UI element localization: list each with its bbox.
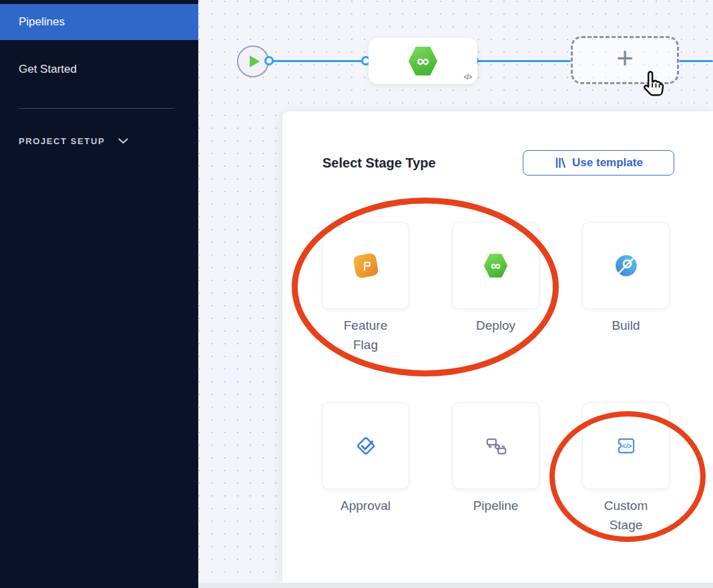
build-icon <box>614 253 639 278</box>
stage-label: Custom Stage <box>582 496 670 535</box>
pipeline-edge <box>269 60 366 62</box>
stage-label: Pipeline <box>452 496 539 515</box>
use-template-label: Use template <box>572 156 643 170</box>
connector-port <box>264 56 274 65</box>
stage-label: Deploy <box>452 316 539 335</box>
pipeline-icon <box>483 433 509 459</box>
custom-stage-icon: </> <box>614 433 639 459</box>
section-label: PROJECT SETUP <box>19 136 105 146</box>
bottom-edge-strip <box>198 583 713 588</box>
infinity-glyph: ∞ <box>491 258 501 272</box>
panel-title: Select Stage Type <box>322 150 436 176</box>
use-template-button[interactable]: Use template <box>523 150 674 176</box>
sidebar-item-label: Get Started <box>19 63 77 76</box>
stage-card-build[interactable] <box>582 222 670 309</box>
sidebar-section-project-setup[interactable]: PROJECT SETUP <box>19 136 128 146</box>
sidebar-divider <box>19 108 174 109</box>
chevron-down-icon <box>118 138 128 144</box>
stage-card-approval[interactable] <box>322 402 409 489</box>
code-glyph: </> <box>622 443 632 450</box>
stage-label: Approval <box>322 496 409 515</box>
template-library-icon <box>554 157 566 169</box>
deploy-icon: ∞ <box>483 254 508 278</box>
deploy-icon: ∞ <box>408 46 438 76</box>
stage-card-deploy[interactable]: ∞ <box>452 222 539 309</box>
code-icon: </> <box>464 73 471 81</box>
stage-label: Build <box>582 316 670 335</box>
stage-label: Feature Flag <box>322 316 409 354</box>
stage-card-custom[interactable]: </> <box>582 402 670 489</box>
plus-icon: + <box>616 43 634 73</box>
sidebar: Pipelines Get Started PROJECT SETUP <box>0 0 198 588</box>
play-icon <box>250 55 260 67</box>
feature-flag-icon <box>352 252 379 278</box>
pipeline-edge <box>679 60 713 62</box>
pipeline-edge <box>474 60 571 62</box>
stage-card-feature-flag[interactable] <box>322 222 409 309</box>
approval-icon <box>353 433 379 459</box>
add-stage-button[interactable]: + <box>571 36 679 84</box>
infinity-glyph: ∞ <box>417 52 429 69</box>
sidebar-item-label: Pipelines <box>19 15 65 29</box>
stage-select-panel: Select Stage Type Use template ∞ <box>282 111 713 583</box>
sidebar-item-get-started[interactable]: Get Started <box>0 55 198 84</box>
deploy-stage-node[interactable]: ∞ </> <box>369 38 477 84</box>
stage-card-pipeline[interactable] <box>452 402 539 489</box>
app-window: Pipelines Get Started PROJECT SETUP ∞ </… <box>0 0 713 588</box>
sidebar-item-pipelines[interactable]: Pipelines <box>0 4 198 40</box>
